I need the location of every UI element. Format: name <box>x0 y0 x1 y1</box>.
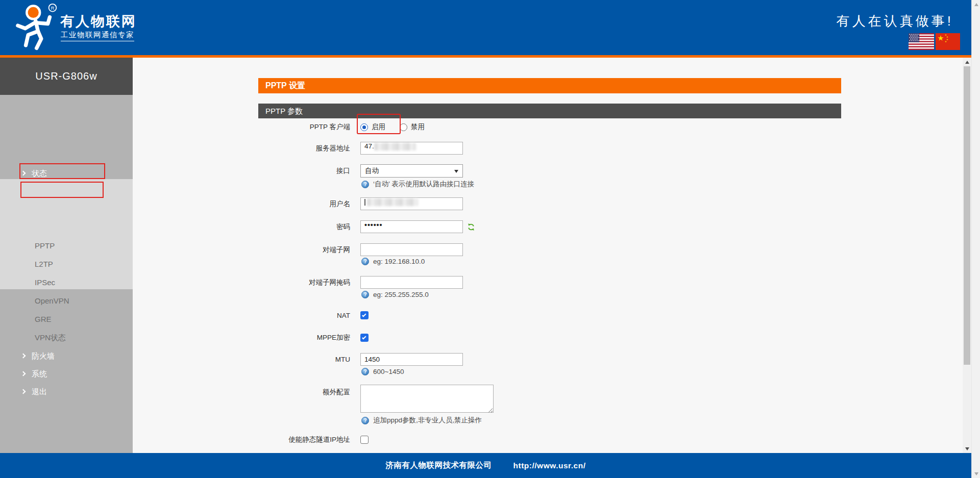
field-label: 对端子网 <box>258 245 360 255</box>
redacted-value <box>374 143 416 150</box>
hint-text: eg: 192.168.10.0 <box>373 258 425 265</box>
row-extra-config: 额外配置 <box>258 385 841 414</box>
peer-subnet-input[interactable] <box>360 243 463 256</box>
page-footer: 济南有人物联网技术有限公司 http://www.usr.cn/ <box>0 453 971 478</box>
section-title-bar: PPTP 设置 <box>258 78 841 93</box>
scroll-up-button[interactable] <box>972 0 980 9</box>
row-server-address: 服务器地址 47. <box>258 142 841 155</box>
us-flag-icon[interactable] <box>909 33 934 50</box>
field-label: MPPE加密 <box>258 333 360 342</box>
sidebar-item-l2tp[interactable]: L2TP <box>0 255 133 273</box>
hint-text: ‘自动’ 表示使用默认路由接口连接 <box>373 180 474 189</box>
brand-name: 有人物联网 <box>60 12 137 31</box>
help-icon: ? <box>361 291 369 298</box>
sidebar-item-logout[interactable]: 退出 <box>0 383 133 401</box>
extra-config-textarea[interactable] <box>360 385 494 413</box>
enable-radio[interactable] <box>360 123 368 131</box>
mppe-checkbox[interactable] <box>360 334 369 342</box>
mtu-hint: ? 600~1450 <box>361 368 404 375</box>
chevron-right-icon <box>21 371 26 376</box>
field-label: 对端子网掩码 <box>258 278 360 287</box>
field-label: 密码 <box>258 222 360 232</box>
password-dots: •••••• <box>364 221 382 229</box>
peer-subnet-hint: ? eg: 192.168.10.0 <box>361 258 425 265</box>
field-label: 使能静态隧道IP地址 <box>258 435 360 444</box>
row-interface: 接口 自动 <box>258 164 841 178</box>
scroll-down-button[interactable] <box>963 444 971 453</box>
content-scrollbar[interactable] <box>963 58 971 453</box>
enable-radio-label[interactable]: 启用 <box>372 122 385 132</box>
sidebar-nav: USR-G806w 状态 服务 网络 VPN PPTP L2TP IPSec O… <box>0 58 133 453</box>
sidebar-item-openvpn[interactable]: OpenVPN <box>0 292 133 310</box>
sidebar-item-label: PPTP <box>35 241 55 250</box>
usr-logo-icon: R <box>11 2 58 51</box>
sidebar-item-label: 状态 <box>32 169 47 178</box>
sidebar-item-label: 退出 <box>32 387 47 396</box>
username-input[interactable] <box>360 197 463 210</box>
registered-mark: R <box>51 6 55 11</box>
row-mppe: MPPE加密 <box>258 333 841 342</box>
help-icon: ? <box>361 417 369 424</box>
interface-hint: ? ‘自动’ 表示使用默认路由接口连接 <box>361 180 474 189</box>
field-label: NAT <box>258 312 360 319</box>
interface-select[interactable]: 自动 <box>360 164 463 178</box>
brand-tagline: 工业物联网通信专家 <box>61 30 134 41</box>
row-username: 用户名 <box>258 197 841 210</box>
row-peer-subnet: 对端子网 <box>258 243 841 256</box>
device-title: USR-G806w <box>0 58 133 95</box>
help-icon: ? <box>361 368 369 375</box>
extra-config-hint: ? 追加pppd参数,非专业人员,禁止操作 <box>361 416 482 425</box>
row-peer-mask: 对端子网掩码 <box>258 276 841 289</box>
static-tunnel-ip-checkbox[interactable] <box>360 436 369 444</box>
top-header: R 有人物联网 工业物联网通信专家 有人在认真做事! <box>0 0 980 55</box>
disable-radio-label[interactable]: 禁用 <box>411 122 425 132</box>
sidebar-item-ipsec[interactable]: IPSec <box>0 273 133 292</box>
chevron-right-icon <box>21 389 26 394</box>
sidebar-item-pptp[interactable]: PPTP <box>0 237 133 255</box>
redacted-glyph <box>364 199 365 206</box>
field-label: 接口 <box>258 166 360 175</box>
password-refresh-icon[interactable] <box>467 223 475 231</box>
panel-title-bar: PPTP 参数 <box>258 104 841 118</box>
scrollbar-thumb[interactable] <box>964 66 970 365</box>
arrow-up-icon <box>965 61 969 64</box>
field-label: 用户名 <box>258 199 360 209</box>
cn-flag-icon[interactable] <box>936 33 960 50</box>
scroll-down-button[interactable] <box>972 469 980 478</box>
arrow-down-icon <box>965 447 969 450</box>
server-address-value: 47. <box>364 142 374 150</box>
scroll-up-button[interactable] <box>963 58 971 66</box>
sidebar-item-firewall[interactable]: 防火墙 <box>0 347 133 365</box>
sidebar-item-label: OpenVPN <box>35 296 69 305</box>
nat-checkbox[interactable] <box>360 311 369 319</box>
mtu-input[interactable] <box>360 353 463 366</box>
redacted-value <box>367 198 418 206</box>
disable-radio[interactable] <box>400 123 407 131</box>
field-label: PPTP 客户端 <box>258 122 360 132</box>
peer-mask-hint: ? eg: 255.255.255.0 <box>361 291 429 298</box>
header-slogan: 有人在认真做事! <box>837 12 953 30</box>
sidebar-item-label: 系统 <box>32 369 47 378</box>
page-scrollbar[interactable] <box>971 0 980 478</box>
arrow-up-icon <box>974 3 978 6</box>
sidebar-item-label: IPSec <box>35 278 55 287</box>
sidebar-item-gre[interactable]: GRE <box>0 310 133 329</box>
sidebar-item-label: 防火墙 <box>32 351 55 360</box>
checkmark-icon <box>362 313 366 317</box>
password-input[interactable]: •••••• <box>360 220 463 233</box>
sidebar-item-system[interactable]: 系统 <box>0 365 133 383</box>
sidebar-item-label: VPN状态 <box>35 333 66 342</box>
hint-text: 追加pppd参数,非专业人员,禁止操作 <box>373 416 482 425</box>
field-label: 额外配置 <box>258 385 360 397</box>
field-label: 服务器地址 <box>258 144 360 153</box>
server-address-input[interactable]: 47. <box>360 142 463 155</box>
sidebar-item-vpn-status[interactable]: VPN状态 <box>0 329 133 347</box>
chevron-right-icon <box>21 354 26 359</box>
sidebar-item-label: L2TP <box>35 260 53 268</box>
peer-mask-input[interactable] <box>360 276 463 289</box>
arrow-down-icon <box>974 472 978 475</box>
row-static-tunnel-ip: 使能静态隧道IP地址 <box>258 435 841 444</box>
company-url-link[interactable]: http://www.usr.cn/ <box>513 461 586 470</box>
company-name: 济南有人物联网技术有限公司 <box>386 460 492 471</box>
row-password: 密码 •••••• <box>258 220 841 233</box>
